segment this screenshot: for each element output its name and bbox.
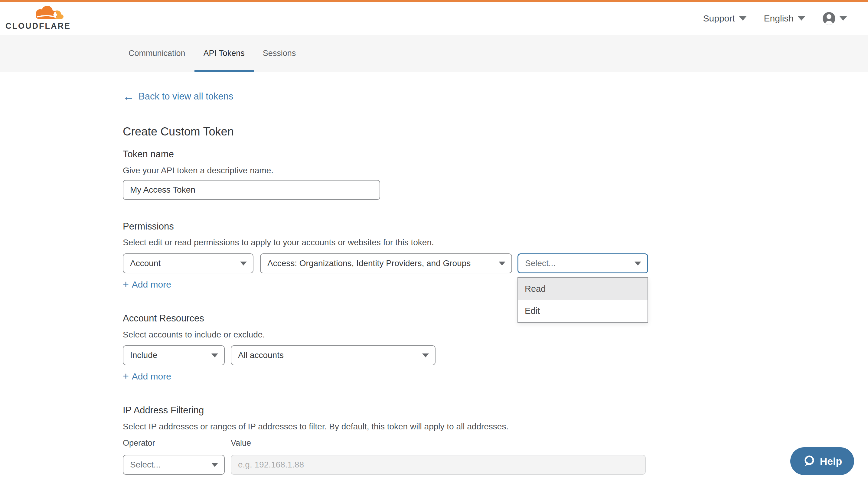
token-name-input[interactable]	[123, 180, 380, 200]
left-arrow-icon: ←	[123, 91, 134, 102]
ip-value-input[interactable]	[231, 455, 646, 475]
menu-option-read[interactable]: Read	[518, 278, 648, 300]
header: CLOUDFLARE Support English	[0, 2, 868, 35]
tab-api-tokens[interactable]: API Tokens	[194, 35, 254, 72]
top-accent-bar	[0, 0, 868, 2]
permission-resource-select[interactable]: Access: Organizations, Identity Provider…	[260, 253, 512, 274]
header-actions: Support English	[703, 2, 847, 35]
permission-level-select[interactable]: Select...	[518, 253, 648, 274]
ip-filtering-heading: IP Address Filtering	[123, 405, 204, 416]
permissions-add-more-link[interactable]: + Add more	[123, 279, 171, 290]
language-menu[interactable]: English	[764, 13, 805, 24]
ip-filtering-description: Select IP addresses or ranges of IP addr…	[123, 422, 508, 431]
chevron-down-icon	[840, 16, 847, 21]
page-title: Create Custom Token	[123, 125, 234, 138]
permission-scope-value: Account	[130, 259, 161, 268]
operator-label: Operator	[123, 439, 155, 448]
chevron-down-icon	[211, 353, 218, 357]
add-more-label: Add more	[132, 371, 171, 382]
value-label: Value	[231, 439, 251, 448]
chevron-down-icon	[422, 353, 429, 357]
permission-level-placeholder: Select...	[525, 259, 556, 268]
account-resources-selection-value: All accounts	[238, 350, 284, 360]
tab-communication[interactable]: Communication	[120, 35, 194, 72]
chevron-down-icon	[211, 463, 218, 467]
permission-scope-select[interactable]: Account	[123, 253, 253, 274]
token-name-description: Give your API token a descriptive name.	[123, 166, 273, 175]
ip-operator-select[interactable]: Select...	[123, 455, 225, 475]
chevron-down-icon	[240, 262, 247, 265]
help-button[interactable]: Help	[790, 447, 854, 475]
permission-level-dropdown-menu: Read Edit	[518, 277, 648, 323]
account-resources-description: Select accounts to include or exclude.	[123, 330, 265, 340]
permissions-description: Select edit or read permissions to apply…	[123, 238, 434, 247]
support-menu[interactable]: Support	[703, 13, 746, 24]
account-resources-add-more-link[interactable]: + Add more	[123, 371, 171, 382]
profile-tabbar: Communication API Tokens Sessions	[0, 35, 868, 72]
user-avatar-icon	[823, 12, 835, 25]
cloudflare-cloud-icon	[30, 6, 65, 21]
back-to-tokens-link[interactable]: ← Back to view all tokens	[123, 91, 234, 102]
plus-icon: +	[123, 279, 129, 289]
account-resources-selection-select[interactable]: All accounts	[231, 345, 435, 365]
permissions-heading: Permissions	[123, 221, 174, 232]
account-resources-heading: Account Resources	[123, 313, 204, 324]
chevron-down-icon	[739, 16, 746, 21]
plus-icon: +	[123, 371, 129, 381]
back-link-label: Back to view all tokens	[138, 91, 234, 102]
account-resources-mode-value: Include	[130, 350, 157, 360]
chevron-down-icon	[798, 16, 805, 21]
language-label: English	[764, 13, 794, 24]
token-name-heading: Token name	[123, 149, 174, 160]
chevron-down-icon	[634, 262, 641, 265]
help-label: Help	[820, 455, 842, 467]
support-label: Support	[703, 13, 735, 24]
add-more-label: Add more	[132, 280, 171, 290]
chevron-down-icon	[499, 262, 505, 265]
create-custom-token-page: CLOUDFLARE Support English Communication…	[0, 0, 868, 482]
menu-option-edit[interactable]: Edit	[518, 300, 648, 322]
permission-resource-value: Access: Organizations, Identity Provider…	[267, 259, 471, 268]
chat-bubble-icon	[802, 454, 816, 468]
cloudflare-logo[interactable]: CLOUDFLARE	[5, 6, 75, 31]
tab-sessions[interactable]: Sessions	[254, 35, 305, 72]
cloudflare-wordmark: CLOUDFLARE	[5, 22, 75, 31]
account-resources-mode-select[interactable]: Include	[123, 345, 225, 365]
ip-operator-placeholder: Select...	[130, 460, 161, 470]
account-menu[interactable]	[823, 12, 847, 25]
